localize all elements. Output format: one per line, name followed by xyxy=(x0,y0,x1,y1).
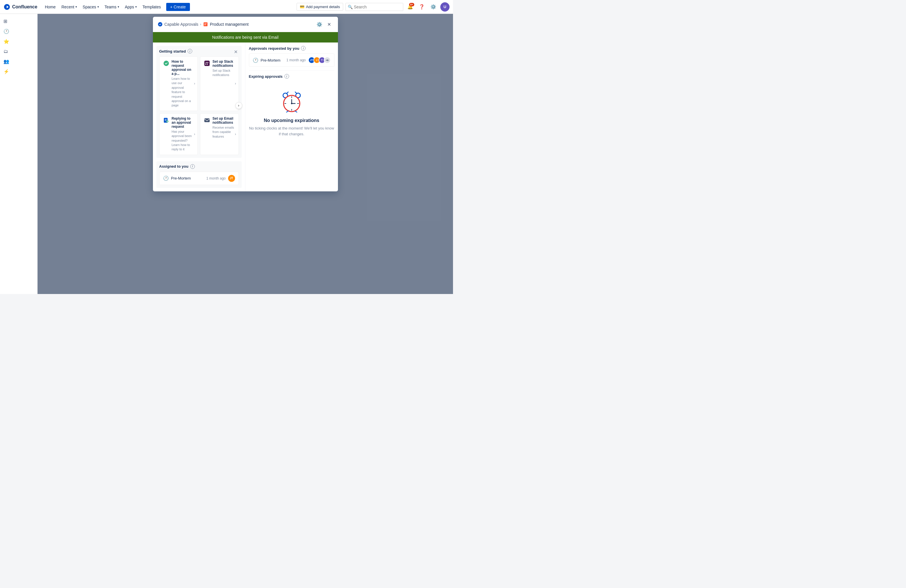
sidebar-item-starred[interactable]: ⭐ xyxy=(0,37,37,46)
product-management-icon xyxy=(203,22,208,27)
slack-icon xyxy=(204,60,210,68)
card-reply-title: Replying to an approval request xyxy=(172,116,194,129)
breadcrumb-app[interactable]: Capable Approvals xyxy=(158,22,199,27)
spaces-chevron-icon: ▾ xyxy=(97,5,99,8)
apps-sidebar-icon: ⚡ xyxy=(3,69,9,74)
cards-scroll-right-button[interactable]: › xyxy=(235,102,242,109)
clock-icon: 🕐 xyxy=(163,175,169,181)
requested-approval-time: 1 month ago xyxy=(287,58,306,62)
card-how-to-request[interactable]: How to request approval on a p... Learn … xyxy=(159,56,198,111)
nav-spaces[interactable]: Spaces ▾ xyxy=(80,0,102,14)
card-reply-desc: Has your approval been requested? Learn … xyxy=(172,129,194,152)
assigned-approval-name[interactable]: Pre-Mortem xyxy=(171,176,204,180)
sidebar-item-recent[interactable]: 🕐 xyxy=(0,26,37,37)
notification-badge: 9+ xyxy=(409,3,414,6)
assigned-to-you-title: Assigned to you i xyxy=(159,164,239,169)
main-content: Capable Approvals › Product management ⚙… xyxy=(38,14,453,294)
card-reply-chevron-icon: › xyxy=(194,132,195,136)
alarm-clock-icon xyxy=(280,90,303,113)
sidebar-item-home[interactable]: ⊞ xyxy=(0,16,37,26)
nav-teams[interactable]: Teams ▾ xyxy=(102,0,122,14)
approvals-requested-info-icon[interactable]: i xyxy=(301,46,306,51)
search-input[interactable] xyxy=(345,3,403,11)
svg-line-10 xyxy=(295,92,297,94)
approvals-requested-title: Approvals requested by you i xyxy=(249,46,335,51)
card-slack-desc: Set up Slack notifications xyxy=(212,69,235,78)
breadcrumb-separator: › xyxy=(200,22,201,26)
nav-right: 💳 Add payment details 🔍 🔔 9+ ❓ ⚙️ U xyxy=(297,2,450,11)
expiring-empty-state: No upcoming expirations No ticking clock… xyxy=(249,81,335,142)
getting-started-info-icon[interactable]: i xyxy=(188,49,192,54)
expiring-approvals-section: Expiring approvals i xyxy=(249,74,335,142)
cards-container: How to request approval on a p... Learn … xyxy=(159,56,239,155)
nav-home[interactable]: Home xyxy=(42,0,58,14)
card-email-desc: Receive emails from capable features xyxy=(212,126,235,139)
user-avatar[interactable]: U xyxy=(440,2,450,11)
modal-overlay: Capable Approvals › Product management ⚙… xyxy=(38,14,453,294)
expiring-empty-desc: No ticking clocks at the moment! We'll l… xyxy=(249,126,335,137)
card-slack-chevron-icon: › xyxy=(235,81,236,86)
expiring-info-icon[interactable]: i xyxy=(284,74,289,79)
left-panel: Getting started i ✕ xyxy=(153,43,246,191)
apps-chevron-icon: ▾ xyxy=(135,5,137,8)
add-payment-button[interactable]: 💳 Add payment details xyxy=(297,3,343,11)
assigned-approval-avatar: JT xyxy=(228,175,235,182)
svg-point-18 xyxy=(291,103,292,104)
breadcrumb: Capable Approvals › Product management xyxy=(158,22,313,27)
modal-dialog: Capable Approvals › Product management ⚙… xyxy=(153,17,338,191)
assigned-approval-item: 🕐 Pre-Mortem 1 month ago JT xyxy=(159,172,239,185)
notifications-button[interactable]: 🔔 9+ xyxy=(405,2,415,11)
nav-recent[interactable]: Recent ▾ xyxy=(58,0,80,14)
reply-icon xyxy=(163,117,169,125)
card-email-chevron-icon: › xyxy=(235,132,236,136)
nav-templates[interactable]: Templates xyxy=(140,0,164,14)
email-icon xyxy=(204,117,210,125)
modal-settings-button[interactable]: ⚙️ xyxy=(316,20,324,28)
logo[interactable]: Confluence xyxy=(3,3,37,10)
search-wrapper: 🔍 xyxy=(345,3,403,11)
expiring-approvals-title: Expiring approvals i xyxy=(249,74,335,79)
nav-apps[interactable]: Apps ▾ xyxy=(122,0,140,14)
card-how-to-request-desc: Learn how to use our approval feature to… xyxy=(172,76,194,108)
approvals-requested-section: Approvals requested by you i 🕐 Pre-Morte… xyxy=(249,46,335,67)
capable-approvals-icon xyxy=(158,22,163,27)
svg-line-20 xyxy=(295,111,297,112)
svg-point-2 xyxy=(163,61,169,66)
recent-icon: 🕐 xyxy=(3,29,9,34)
teams-chevron-icon: ▾ xyxy=(118,5,119,8)
assigned-info-icon[interactable]: i xyxy=(190,164,195,169)
svg-point-0 xyxy=(158,22,162,27)
svg-line-19 xyxy=(287,111,288,112)
card-how-to-request-title: How to request approval on a p... xyxy=(172,59,194,76)
close-getting-started-button[interactable]: ✕ xyxy=(233,48,239,55)
starred-icon: ⭐ xyxy=(3,39,9,44)
create-button[interactable]: + Create xyxy=(166,3,190,11)
settings-button[interactable]: ⚙️ xyxy=(429,2,438,11)
getting-started-section: Getting started i ✕ xyxy=(156,46,242,158)
assigned-to-you-section: Assigned to you i 🕐 Pre-Mortem 1 month a… xyxy=(156,161,242,188)
sidebar-item-spaces[interactable]: 🗂 xyxy=(0,46,37,56)
card-email-title: Set up Email notifications xyxy=(212,116,235,124)
card-email-notifications[interactable]: Set up Email notifications Receive email… xyxy=(200,113,239,155)
confluence-logo-icon xyxy=(3,3,10,10)
requested-approval-name[interactable]: Pre-Mortem xyxy=(261,58,284,62)
assigned-approval-time: 1 month ago xyxy=(206,176,226,180)
requested-avatar-group: JT J T +9 xyxy=(308,57,331,64)
card-slack-notifications[interactable]: Set up Slack notifications Set up Slack … xyxy=(200,56,239,111)
sidebar: ⊞ 🕐 ⭐ 🗂 👥 ⚡ xyxy=(0,14,38,294)
help-button[interactable]: ❓ xyxy=(417,2,426,11)
card-slack-title: Set up Slack notifications xyxy=(212,59,235,68)
modal-actions: ⚙️ ✕ xyxy=(316,20,333,28)
notification-banner: Notifications are being sent via Email xyxy=(153,32,338,43)
modal-close-button[interactable]: ✕ xyxy=(325,20,333,28)
sidebar-item-people[interactable]: 👥 xyxy=(0,56,37,67)
sidebar-item-apps[interactable]: ⚡ xyxy=(0,67,37,76)
card-replying-to-approval[interactable]: Replying to an approval request Has your… xyxy=(159,113,198,155)
check-circle-icon xyxy=(163,60,169,68)
home-icon: ⊞ xyxy=(3,19,7,24)
right-panel: Approvals requested by you i 🕐 Pre-Morte… xyxy=(246,43,338,191)
logo-text: Confluence xyxy=(12,4,37,10)
requested-approval-item: 🕐 Pre-Mortem 1 month ago JT J T +9 xyxy=(249,54,335,67)
svg-line-8 xyxy=(287,92,288,94)
svg-rect-3 xyxy=(204,61,210,66)
